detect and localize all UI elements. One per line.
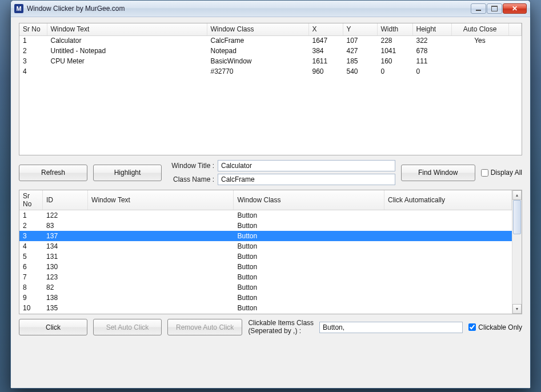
class-name-input[interactable]	[218, 174, 395, 185]
display-all-label: Display All	[491, 169, 522, 177]
highlight-button[interactable]: Highlight	[93, 165, 162, 181]
class-name-label: Class Name :	[167, 175, 214, 183]
click-button[interactable]: Click	[19, 319, 87, 335]
middle-controls: Refresh Highlight Window Title : Class N…	[19, 160, 522, 185]
table-row[interactable]: 4134Button	[19, 241, 512, 251]
display-all-checkbox[interactable]: Display All	[481, 169, 522, 177]
window-title-label: Window Title :	[167, 162, 214, 170]
windows-table-header[interactable]: Width	[377, 23, 412, 35]
scroll-thumb[interactable]	[513, 200, 521, 234]
windows-table[interactable]: Sr NoWindow TextWindow ClassXYWidthHeigh…	[19, 23, 522, 77]
clickable-items-class-input[interactable]	[319, 322, 463, 333]
windows-table-header[interactable]: X	[308, 23, 343, 35]
windows-table-header[interactable]: Height	[412, 23, 451, 35]
set-auto-click-button[interactable]: Set Auto Click	[93, 319, 162, 335]
maximize-button[interactable]	[487, 3, 502, 14]
windows-table-header[interactable]: Auto Close	[451, 23, 508, 35]
bottom-controls: Click Set Auto Click Remove Auto Click C…	[19, 319, 522, 335]
table-row[interactable]: 7123Button	[19, 272, 512, 282]
remove-auto-click-button[interactable]: Remove Auto Click	[167, 319, 242, 335]
controls-table-header[interactable]: Window Class	[234, 190, 384, 210]
window-title-text: Window Clicker by MurGee.com	[27, 5, 125, 13]
windows-table-header[interactable]: Window Class	[207, 23, 308, 35]
app-icon: M	[14, 4, 23, 13]
table-row[interactable]: 11132Button	[19, 313, 512, 314]
table-row[interactable]: 3CPU MeterBasicWindow1611185160111	[19, 56, 522, 66]
client-area: Sr NoWindow TextWindow ClassXYWidthHeigh…	[11, 17, 530, 388]
controls-table-header[interactable]: Window Text	[88, 190, 234, 210]
windows-table-header[interactable]: Y	[343, 23, 377, 35]
table-row[interactable]: 4#3277096054000	[19, 66, 522, 77]
table-row[interactable]: 6130Button	[19, 262, 512, 272]
scroll-up-button[interactable]: ▴	[512, 190, 522, 200]
table-row[interactable]: 2Untitled - NotepadNotepad3844271041678	[19, 46, 522, 56]
controls-table-header[interactable]: Sr No	[19, 190, 43, 210]
controls-scrollbar[interactable]: ▴ ▾	[512, 190, 522, 314]
window-title-input[interactable]	[218, 160, 395, 171]
scroll-down-button[interactable]: ▾	[512, 304, 522, 314]
find-window-button[interactable]: Find Window	[401, 165, 475, 181]
table-row[interactable]: 1122Button	[19, 210, 512, 221]
clickable-items-class-label: Clickable Items Class (Seperated by ,) :	[248, 319, 314, 334]
clickable-only-label: Clickable Only	[478, 323, 522, 331]
titlebar[interactable]: M Window Clicker by MurGee.com ✕	[11, 1, 530, 17]
controls-table-panel: Sr NoIDWindow TextWindow ClassClick Auto…	[19, 190, 522, 314]
table-row[interactable]: 10135Button	[19, 303, 512, 313]
table-row[interactable]: 283Button	[19, 221, 512, 231]
controls-table-header[interactable]: ID	[43, 190, 88, 210]
refresh-button[interactable]: Refresh	[19, 165, 87, 181]
table-row[interactable]: 882Button	[19, 282, 512, 293]
table-row[interactable]: 1CalculatorCalcFrame1647107228322Yes	[19, 35, 522, 46]
clickable-only-checkbox[interactable]: Clickable Only	[468, 323, 522, 331]
controls-table[interactable]: Sr NoIDWindow TextWindow ClassClick Auto…	[19, 190, 512, 314]
windows-table-header[interactable]: Window Text	[47, 23, 207, 35]
windows-table-panel: Sr NoWindow TextWindow ClassXYWidthHeigh…	[19, 23, 522, 155]
close-button[interactable]: ✕	[503, 3, 527, 14]
table-row[interactable]: 5131Button	[19, 251, 512, 262]
windows-table-header[interactable]: Sr No	[19, 23, 47, 35]
table-row[interactable]: 9138Button	[19, 293, 512, 303]
app-window: M Window Clicker by MurGee.com ✕ Sr NoWi…	[10, 0, 531, 389]
minimize-button[interactable]	[471, 3, 486, 14]
controls-table-header[interactable]: Click Automatically	[384, 190, 512, 210]
table-row[interactable]: 3137Button	[19, 231, 512, 241]
